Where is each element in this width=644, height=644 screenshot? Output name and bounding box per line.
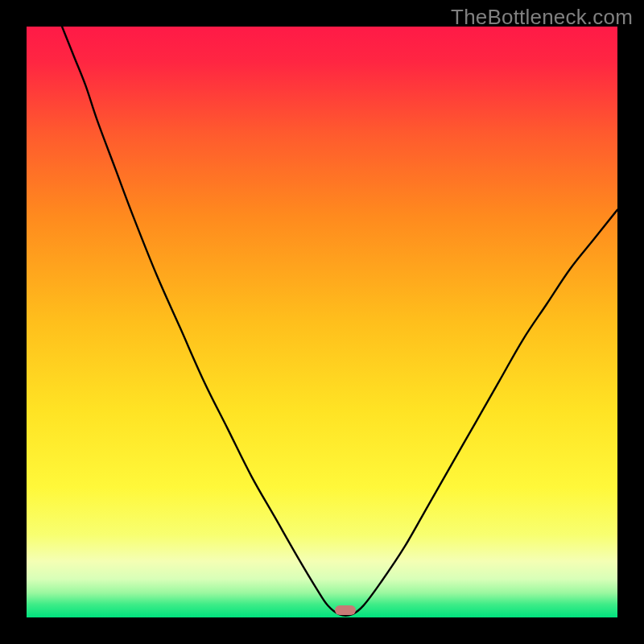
plot-area xyxy=(27,27,617,617)
optimum-marker xyxy=(335,605,356,615)
gradient-background xyxy=(27,27,617,617)
chart-frame: TheBottleneck.com xyxy=(0,0,644,644)
plot-svg xyxy=(27,27,617,617)
